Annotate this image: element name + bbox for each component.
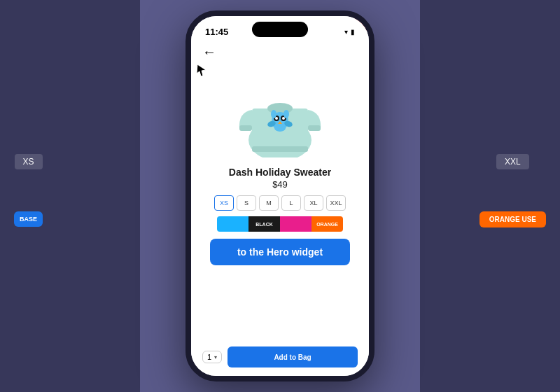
right-side-content: XXL ORANGE USE [479, 154, 546, 227]
quantity-value: 1 [207, 353, 211, 361]
color-orange[interactable]: ORANGE [312, 216, 343, 232]
quantity-selector[interactable]: 1 ▾ [202, 351, 222, 363]
right-panel: XXL ORANGE USE [420, 0, 560, 392]
dynamic-island [252, 22, 308, 37]
svg-rect-16 [252, 146, 308, 152]
cursor-arrow-icon [196, 63, 207, 77]
size-s[interactable]: S [237, 195, 256, 211]
phone-frame: 11:45 ▾ ▮ ← [186, 10, 374, 382]
svg-point-13 [274, 125, 286, 132]
svg-point-6 [275, 117, 278, 120]
status-icons: ▾ ▮ [344, 28, 355, 36]
size-xxl[interactable]: XXL [326, 195, 346, 211]
wifi-icon: ▾ [344, 28, 348, 36]
left-panel: XS BASE [0, 0, 140, 392]
hero-button[interactable]: to the Hero widget [210, 239, 350, 265]
phone-content: ← [191, 41, 369, 376]
size-m[interactable]: M [259, 195, 279, 211]
battery-icon: ▮ [351, 28, 355, 36]
size-xs[interactable]: XS [214, 195, 234, 211]
size-xl[interactable]: XL [304, 195, 323, 211]
svg-point-9 [284, 110, 289, 118]
product-image-container [227, 63, 332, 161]
back-button[interactable]: ← [202, 44, 216, 60]
size-selector: XS S M L XL XXL [214, 195, 346, 211]
product-name: Dash Holiday Sweater [229, 167, 331, 178]
left-side-button[interactable]: BASE [14, 211, 43, 227]
status-bar: 11:45 ▾ ▮ [191, 16, 369, 41]
color-pink[interactable] [280, 216, 312, 232]
product-image [231, 66, 329, 158]
svg-rect-15 [308, 125, 321, 131]
right-side-button[interactable]: ORANGE USE [479, 211, 546, 227]
svg-rect-14 [239, 125, 252, 131]
color-selector: BLACK ORANGE [217, 216, 343, 232]
right-size-label: XXL [496, 154, 529, 169]
quantity-chevron-icon: ▾ [214, 354, 217, 360]
product-price: $49 [272, 179, 288, 190]
status-time: 11:45 [205, 27, 228, 37]
color-black[interactable]: BLACK [248, 216, 280, 232]
color-blue[interactable] [217, 216, 248, 232]
add-to-bag-button[interactable]: Add to Bag [227, 346, 358, 368]
svg-point-8 [271, 110, 276, 118]
bottom-bar: 1 ▾ Add to Bag [200, 346, 360, 376]
left-side-content: XS BASE [14, 154, 43, 227]
size-l[interactable]: L [281, 195, 301, 211]
svg-point-7 [282, 117, 285, 120]
left-size-label: XS [15, 154, 43, 169]
